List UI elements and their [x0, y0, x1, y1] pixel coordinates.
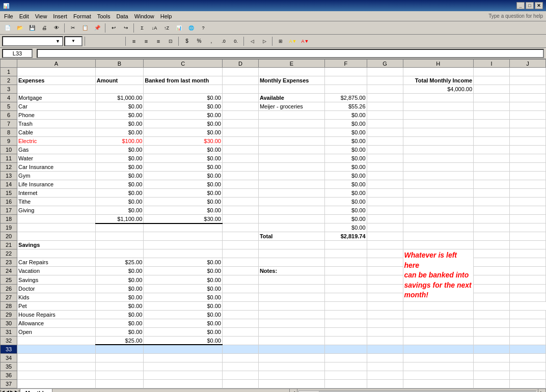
row-header-25[interactable]: 25 — [1, 275, 17, 284]
cell-r25c8[interactable] — [474, 275, 510, 284]
fill-color-button[interactable]: A▼ — [287, 36, 298, 46]
cell-r22c5[interactable] — [324, 249, 367, 258]
cell-r8c2[interactable]: $0.00 — [144, 128, 223, 137]
cell-r36c4[interactable] — [258, 371, 324, 379]
cell-r20c8[interactable] — [474, 232, 510, 241]
cell-r23c2[interactable]: $0.00 — [144, 258, 223, 267]
cut-button[interactable]: ✂ — [67, 23, 78, 33]
cell-r14c3[interactable] — [222, 180, 258, 189]
cell-r18c8[interactable] — [474, 215, 510, 223]
cell-r14c7[interactable] — [403, 180, 474, 189]
cell-r6c0[interactable]: Phone — [17, 111, 96, 120]
cell-r34c1[interactable] — [95, 353, 144, 362]
menu-insert[interactable]: Insert — [50, 12, 70, 20]
cell-r15c6[interactable] — [367, 189, 403, 198]
cell-r3c1[interactable] — [95, 85, 144, 94]
cell-r37c5[interactable] — [324, 379, 367, 388]
cell-r19c2[interactable] — [144, 223, 223, 232]
cell-r15c7[interactable] — [403, 189, 474, 198]
cell-r1c1[interactable] — [95, 68, 144, 76]
row-header-20[interactable]: 20 — [1, 232, 17, 241]
cell-r27c6[interactable] — [367, 293, 403, 301]
cell-r33c4[interactable] — [258, 345, 324, 353]
cell-r3c4[interactable] — [258, 85, 324, 94]
cell-r30c9[interactable] — [510, 319, 546, 327]
col-header-G[interactable]: G — [367, 60, 403, 68]
increase-decimal-button[interactable]: .0 — [218, 36, 229, 46]
cell-r32c0[interactable] — [17, 336, 96, 345]
cell-r4c4[interactable]: Available — [258, 94, 324, 102]
cell-r24c1[interactable]: $0.00 — [95, 267, 144, 275]
copy-button[interactable]: 📋 — [79, 23, 91, 33]
cell-r31c7[interactable] — [403, 327, 474, 336]
cell-r19c0[interactable] — [17, 223, 96, 232]
cell-r11c4[interactable] — [258, 154, 324, 163]
align-left-button[interactable]: ≡ — [128, 36, 140, 46]
cell-r1c4[interactable] — [258, 68, 324, 76]
cell-r28c6[interactable] — [367, 301, 403, 310]
cell-r23c1[interactable]: $25.00 — [95, 258, 144, 267]
cell-r8c4[interactable] — [258, 128, 324, 137]
cell-r22c6[interactable] — [367, 249, 403, 258]
cell-r13c1[interactable]: $0.00 — [95, 172, 144, 180]
cell-r27c4[interactable] — [258, 293, 324, 301]
h-scrollbar[interactable]: |◀ ◀ ▶ ▶| Monthly ◀ ▶ — [0, 388, 546, 392]
cell-r19c1[interactable] — [95, 223, 144, 232]
cell-r12c4[interactable] — [258, 163, 324, 172]
cell-r26c1[interactable]: $0.00 — [95, 284, 144, 293]
row-header-32[interactable]: 32 — [1, 336, 17, 345]
cell-r10c9[interactable] — [510, 146, 546, 154]
cell-r9c6[interactable] — [367, 137, 403, 146]
comma-button[interactable]: , — [206, 36, 217, 46]
cell-r29c5[interactable] — [324, 310, 367, 319]
cell-r20c4[interactable]: Total — [258, 232, 324, 241]
cell-r21c7[interactable] — [403, 241, 474, 249]
cell-r1c3[interactable] — [222, 68, 258, 76]
cell-r16c5[interactable]: $0.00 — [324, 198, 367, 206]
cell-r22c3[interactable] — [222, 249, 258, 258]
cell-r27c0[interactable]: Kids — [17, 293, 96, 301]
cell-r28c9[interactable] — [474, 301, 510, 310]
cell-r9c2[interactable]: $30.00 — [144, 137, 223, 146]
cell-r19c8[interactable] — [474, 223, 510, 232]
merge-button[interactable]: ⊡ — [165, 36, 176, 46]
cell-r35c5[interactable] — [324, 362, 367, 371]
tab-first-btn[interactable]: |◀ — [0, 389, 5, 392]
cell-r10c6[interactable] — [367, 146, 403, 154]
cell-r20c1[interactable] — [95, 232, 144, 241]
cell-r6c3[interactable] — [222, 111, 258, 120]
cell-r16c3[interactable] — [222, 198, 258, 206]
cell-r28c2[interactable]: $0.00 — [144, 301, 223, 310]
cell-r25c2[interactable]: $0.00 — [144, 275, 223, 284]
cell-r29c3[interactable] — [222, 310, 258, 319]
cell-r18c4[interactable] — [258, 215, 324, 223]
cell-r8c6[interactable] — [367, 128, 403, 137]
cell-reference[interactable]: L33 — [2, 49, 33, 58]
cell-r29c7[interactable] — [403, 310, 474, 319]
cell-r9c0[interactable]: Electric — [17, 137, 96, 146]
cell-r23c3[interactable] — [222, 258, 258, 267]
cell-r19c3[interactable] — [222, 223, 258, 232]
cell-r5c2[interactable]: $0.00 — [144, 102, 223, 111]
cell-r19c5[interactable]: $0.00 — [324, 223, 367, 232]
menu-tools[interactable]: Tools — [94, 12, 114, 20]
cell-r5c9[interactable] — [510, 102, 546, 111]
cell-r32c2[interactable]: $0.00 — [144, 336, 223, 345]
cell-r25c0[interactable]: Savings — [17, 275, 96, 284]
cell-r25c6[interactable] — [367, 275, 403, 284]
row-header-11[interactable]: 11 — [1, 154, 17, 163]
cell-r35c0[interactable] — [17, 362, 96, 371]
cell-r14c0[interactable]: Life Insurance — [17, 180, 96, 189]
cell-r26c5[interactable] — [324, 284, 367, 293]
row-header-13[interactable]: 13 — [1, 172, 17, 180]
cell-r25c1[interactable]: $0.00 — [95, 275, 144, 284]
cell-r1c6[interactable] — [367, 68, 403, 76]
col-header-D[interactable]: D — [222, 60, 258, 68]
cell-r27c2[interactable]: $0.00 — [144, 293, 223, 301]
row-header-16[interactable]: 16 — [1, 198, 17, 206]
cell-r30c7[interactable] — [403, 319, 474, 327]
cell-r9c1[interactable]: $100.00 — [95, 137, 144, 146]
chart-button[interactable]: 📊 — [173, 23, 184, 33]
cell-r10c2[interactable]: $0.00 — [144, 146, 223, 154]
cell-r4c8[interactable] — [474, 94, 510, 102]
